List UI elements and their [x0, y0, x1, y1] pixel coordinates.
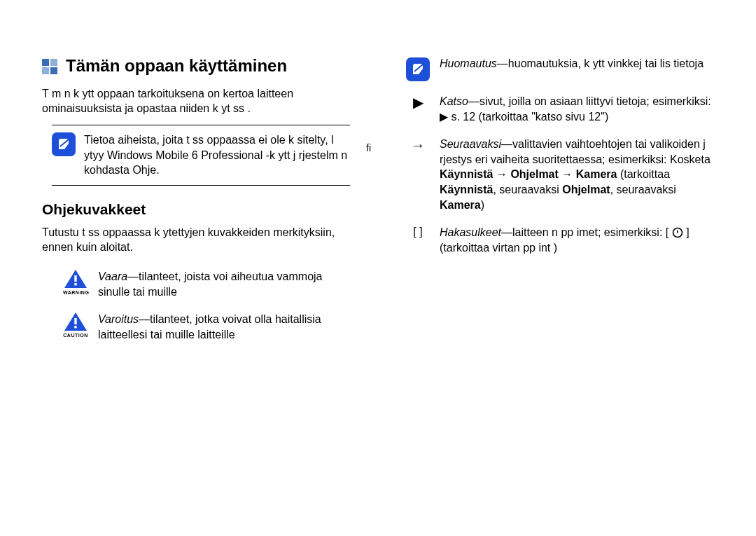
- page-title: Tämän oppaan käyttäminen: [66, 56, 287, 76]
- intro-paragraph: T m n k ytt oppaan tarkoituksena on kert…: [42, 86, 350, 116]
- svg-rect-1: [74, 283, 76, 285]
- right-column: Huomautus—huomautuksia, k ytt vinkkej ta…: [406, 56, 714, 355]
- left-column: Tämän oppaan käyttäminen T m n k ytt opp…: [42, 56, 350, 355]
- legend-brackets: [ ] Hakasulkeet—laitteen n pp imet; esim…: [406, 225, 714, 255]
- legend-next-text: Seuraavaksi—valittavien vaihtoehtojen ta…: [440, 137, 714, 212]
- legend-danger-text: Vaara—tilanteet, joista voi aiheutua vam…: [98, 269, 350, 299]
- sub-intro: Tutustu t ss oppaassa k ytettyjen kuvakk…: [42, 225, 350, 255]
- legend-see-text: Katso—sivut, joilla on asiaan liittyvi t…: [440, 94, 714, 124]
- document-page: Tämän oppaan käyttäminen T m n k ytt opp…: [0, 0, 756, 383]
- legend-see: ▶ Katso—sivut, joilla on asiaan liittyvi…: [406, 94, 714, 124]
- section-squares-icon: [42, 59, 59, 76]
- legend-caution: CAUTION Varoitus—tilanteet, jotka voivat…: [63, 312, 350, 342]
- legend-note: Huomautus—huomautuksia, k ytt vinkkej ta…: [406, 56, 714, 81]
- arrow-icon: →: [406, 137, 430, 153]
- note-text: Tietoa aiheista, joita t ss oppaassa ei …: [84, 132, 350, 178]
- warning-label: WARNING: [63, 290, 88, 295]
- fi-marker: fi: [366, 142, 371, 153]
- note-icon: [52, 132, 76, 156]
- section-heading: Tämän oppaan käyttäminen: [42, 56, 350, 76]
- legend-danger: WARNING Vaara—tilanteet, joista voi aihe…: [63, 269, 350, 299]
- triangle-icon: ▶: [406, 94, 430, 111]
- svg-rect-0: [74, 275, 76, 282]
- caution-icon: CAUTION: [63, 312, 88, 342]
- legend-caution-text: Varoitus—tilanteet, jotka voivat olla ha…: [98, 312, 350, 342]
- legend-next: → Seuraavaksi—valittavien vaihtoehtojen …: [406, 137, 714, 212]
- svg-rect-2: [74, 318, 76, 324]
- brackets-icon: [ ]: [406, 225, 430, 238]
- legend-note-text: Huomautus—huomautuksia, k ytt vinkkej ta…: [440, 56, 714, 71]
- note-block: Tietoa aiheista, joita t ss oppaassa ei …: [52, 125, 350, 186]
- legend-brackets-text: Hakasulkeet—laitteen n pp imet; esimerki…: [440, 225, 714, 255]
- svg-rect-3: [74, 326, 76, 328]
- note-icon: [406, 57, 430, 81]
- subheading: Ohjekuvakkeet: [42, 201, 350, 218]
- power-icon: [672, 226, 686, 238]
- icon-legend-left: WARNING Vaara—tilanteet, joista voi aihe…: [63, 269, 350, 342]
- caution-label: CAUTION: [63, 333, 88, 338]
- warning-icon: WARNING: [63, 269, 88, 299]
